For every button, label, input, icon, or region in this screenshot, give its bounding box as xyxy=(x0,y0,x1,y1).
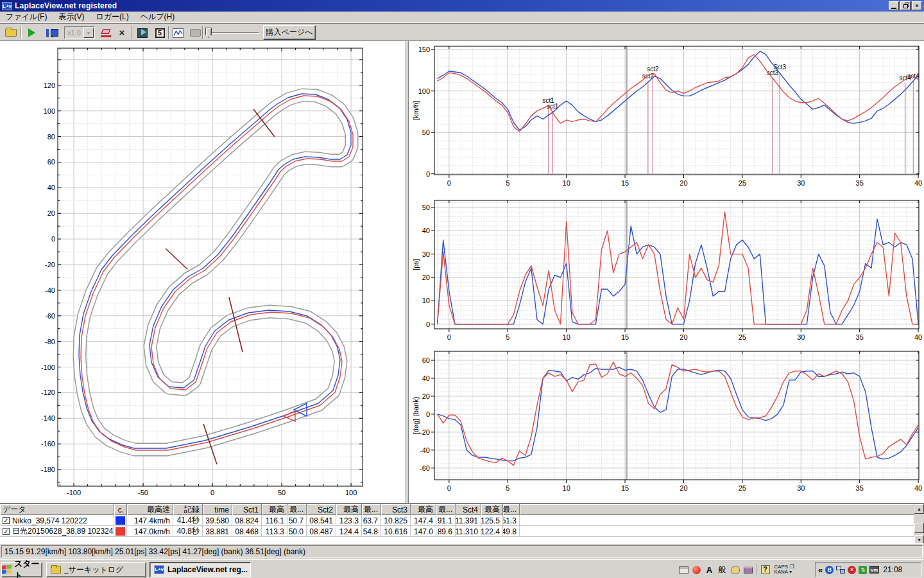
snapshot-button[interactable] xyxy=(188,26,202,40)
minimize-button[interactable] xyxy=(889,1,899,10)
menu-file[interactable]: ファイル(F) xyxy=(0,11,53,23)
column-header[interactable]: Sct1 xyxy=(232,504,262,515)
vm-icon[interactable]: vm xyxy=(869,566,879,574)
column-header[interactable]: データ xyxy=(0,504,114,515)
table-cell: 51.3 xyxy=(503,515,520,526)
svg-text:100: 100 xyxy=(44,107,55,115)
column-header[interactable]: 最高速 xyxy=(127,504,173,515)
svg-text:[ps]: [ps] xyxy=(412,259,420,270)
playback-position-slider[interactable] xyxy=(205,28,259,38)
column-header[interactable]: 最... xyxy=(287,504,307,515)
column-header[interactable]: 最... xyxy=(503,504,520,515)
table-scrollbar[interactable]: ▲ ▼ xyxy=(914,504,924,545)
series-color-swatch xyxy=(116,516,125,525)
playback-speed-select[interactable]: x1.0 ▼ xyxy=(64,26,95,39)
graph-view-button[interactable] xyxy=(171,26,185,40)
marker-pen-button[interactable] xyxy=(99,26,112,40)
column-header[interactable]: 最... xyxy=(436,504,456,515)
best5-button[interactable]: 5 xyxy=(153,26,167,40)
restore-button[interactable] xyxy=(900,1,911,10)
column-header[interactable]: 最高 xyxy=(411,504,436,515)
table-cell: 147.0km/h xyxy=(127,526,173,537)
taskbar-item-circuit-log[interactable]: _サーキットログ xyxy=(46,562,146,577)
ime-conversion-mode[interactable]: 般 xyxy=(717,565,727,574)
column-header[interactable]: Sct2 xyxy=(307,504,336,515)
menu-view[interactable]: 表示(V) xyxy=(53,11,90,23)
table-row[interactable]: ✓日光20150628_38,89 102324147.0km/h40.8秒38… xyxy=(0,526,914,537)
updater-icon[interactable]: ⇅ xyxy=(859,566,867,574)
ime-input-mode[interactable]: A xyxy=(705,565,714,574)
svg-text:0: 0 xyxy=(426,320,430,328)
row-checkbox[interactable]: ✓ xyxy=(3,528,10,535)
purchase-page-button[interactable]: 購入ページへ xyxy=(263,25,316,40)
table-cell: 147.0 xyxy=(411,526,436,537)
network-icon[interactable] xyxy=(836,566,845,574)
svg-text:10: 10 xyxy=(422,297,430,304)
scrollbar-thumb[interactable] xyxy=(914,523,924,533)
row-checkbox[interactable]: ✓ xyxy=(3,517,10,524)
title-bar[interactable]: L+v LaplaceView.net registered × xyxy=(0,0,924,12)
panel-splitter[interactable] xyxy=(404,41,409,503)
column-header[interactable]: 最高 xyxy=(262,504,287,515)
svg-text:25: 25 xyxy=(739,484,746,492)
svg-text:80: 80 xyxy=(47,133,55,141)
play-button[interactable] xyxy=(24,26,38,40)
slider-thumb[interactable] xyxy=(205,28,212,38)
dataset-name: 日光20150628_38,89 102324 xyxy=(12,526,113,537)
column-header[interactable]: time xyxy=(203,504,232,515)
menu-logger[interactable]: ロガー(L) xyxy=(90,11,134,23)
column-header[interactable]: 最... xyxy=(362,504,381,515)
system-tray: « B × ⇅ vm 21:08 xyxy=(815,562,921,577)
column-header[interactable]: Sct4 xyxy=(456,504,481,515)
svg-text:50: 50 xyxy=(422,128,430,136)
dictionary-tool-icon[interactable] xyxy=(744,566,753,574)
camera-icon xyxy=(190,29,201,37)
keyboard-icon[interactable] xyxy=(679,566,689,574)
table-cell: 08.824 xyxy=(232,515,262,526)
svg-text:0: 0 xyxy=(447,179,451,187)
scroll-up-icon[interactable]: ▲ xyxy=(914,504,924,514)
close-button[interactable]: × xyxy=(912,1,922,10)
bank-chart[interactable]: 0510152025303540-60-40-200204060[deg] (b… xyxy=(411,350,923,496)
start-button[interactable]: スタート xyxy=(1,562,42,577)
table-row[interactable]: ✓Nikko_39,574 120222147.4km/h41.4秒39.580… xyxy=(0,515,914,526)
bluetooth-icon[interactable]: B xyxy=(825,566,834,574)
taskbar-item-laplaceview[interactable]: L+v LaplaceView.net reg... xyxy=(150,562,251,577)
caps-kana-indicator[interactable]: CAPS ❐KANA ▾ xyxy=(774,565,794,575)
track-map[interactable]: -100-50050100120100806040200-20-40-60-80… xyxy=(37,42,366,500)
security-alert-icon[interactable]: × xyxy=(848,566,856,574)
tray-expand-icon[interactable]: « xyxy=(818,565,823,575)
svg-text:40: 40 xyxy=(914,484,922,492)
speed-chart[interactable]: 0510152025303540050100150sct1sct1sct2sct… xyxy=(411,45,923,191)
five-icon: 5 xyxy=(155,28,165,38)
svg-text:10: 10 xyxy=(563,333,570,341)
table-cell: 147.4 xyxy=(411,515,436,526)
svg-text:-20: -20 xyxy=(420,428,430,436)
mouse-utility-icon[interactable] xyxy=(692,566,701,574)
column-header[interactable]: c. xyxy=(114,504,127,515)
export-button[interactable] xyxy=(135,26,150,40)
delete-button[interactable]: × xyxy=(116,26,128,40)
open-folder-icon xyxy=(5,29,17,37)
ime-help-icon[interactable]: ? xyxy=(761,565,770,574)
table-cell: 89.6 xyxy=(436,526,456,537)
laplaceview-icon: L+v xyxy=(154,565,164,574)
column-header[interactable]: Sct3 xyxy=(381,504,411,515)
svg-text:-100: -100 xyxy=(41,363,55,371)
column-header[interactable]: 最高 xyxy=(336,504,362,515)
ime-pad-icon[interactable] xyxy=(731,566,740,574)
svg-text:-160: -160 xyxy=(41,440,55,448)
svg-text:0: 0 xyxy=(426,410,430,418)
column-header[interactable]: 最高 xyxy=(481,504,503,515)
table-cell: 38.881 xyxy=(203,526,232,537)
playback-speed-value: x1.0 xyxy=(67,29,81,37)
svg-text:-100: -100 xyxy=(67,489,81,496)
svg-text:5: 5 xyxy=(506,333,509,341)
menu-help[interactable]: ヘルプ(H) xyxy=(135,11,181,23)
ps-chart[interactable]: 051015202530354001020304050[ps] xyxy=(411,199,923,346)
svg-text:100: 100 xyxy=(345,489,357,496)
open-file-button[interactable] xyxy=(3,26,19,40)
table-header-row: データc.最高速記録timeSct1最高最...Sct2最高最...Sct3最高… xyxy=(0,504,914,515)
stop-icon xyxy=(51,29,58,37)
column-header[interactable]: 記録 xyxy=(173,504,203,515)
